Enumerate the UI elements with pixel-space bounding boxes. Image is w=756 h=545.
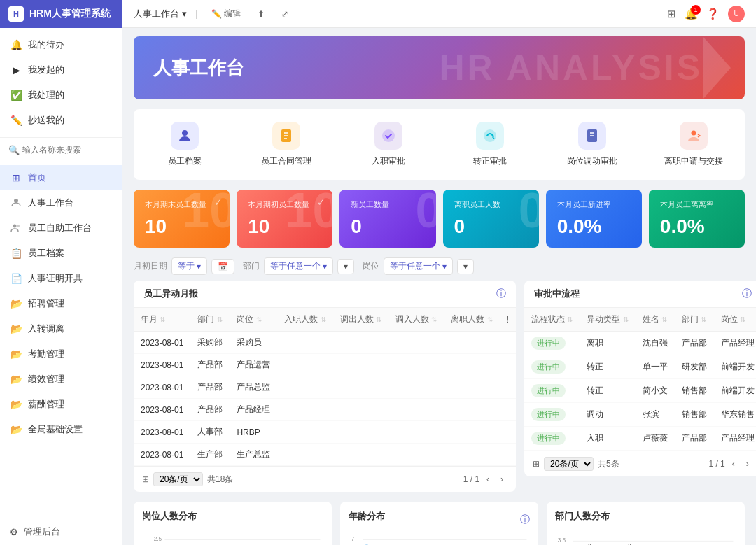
info-icon[interactable]: ⓘ — [496, 288, 506, 300]
table-row: 进行中 调动 张滨 销售部 华东销售 — [524, 403, 756, 427]
stat-title: 本月员工离离率 — [660, 199, 734, 210]
filter-position-op-select[interactable]: 等于任意一个 ▾ — [384, 257, 453, 275]
help-btn[interactable]: ❓ — [706, 8, 720, 20]
topbar-edit-label: 编辑 — [224, 8, 241, 20]
sort-icon[interactable]: ⇅ — [217, 316, 223, 323]
table-row: 进行中 转正 简小文 销售部 前端开发 — [524, 379, 756, 403]
sort-icon[interactable]: ⇅ — [256, 316, 262, 323]
sort-icon[interactable]: ⇅ — [567, 316, 573, 323]
sidebar-item-onboard[interactable]: 📂 入转调离 — [0, 316, 122, 341]
svg-text:3: 3 — [588, 542, 592, 545]
hero-title: 人事工作台 — [153, 56, 244, 80]
topbar-share-btn[interactable]: ⬆ — [252, 6, 270, 22]
next-page-btn[interactable]: › — [496, 473, 507, 486]
filter-dept-op-select[interactable]: 等于任意一个 ▾ — [264, 257, 333, 275]
sidebar-item-global-settings[interactable]: 📂 全局基础设置 — [0, 417, 122, 442]
filter-position-input[interactable]: ▾ — [457, 259, 474, 274]
sidebar-item-started[interactable]: ▶ 我发起的 — [0, 57, 122, 83]
topbar-breadcrumb[interactable]: 人事工作台 ▾ — [134, 8, 187, 20]
next-page-btn2[interactable]: › — [742, 458, 753, 470]
user-avatar[interactable]: U — [728, 6, 745, 22]
approval-pagination: ⊞ 20条/页 共5条 1 / 1 ‹ › — [524, 451, 756, 476]
folder4-icon: 📂 — [10, 373, 22, 385]
quick-nav-label: 入职审批 — [372, 155, 405, 167]
quick-nav-label: 离职申请与交接 — [664, 155, 723, 167]
notification-btn[interactable]: 🔔 1 — [685, 8, 698, 20]
sidebar-item-certificate[interactable]: 📄 人事证明开具 — [0, 266, 122, 291]
sort-icon[interactable]: ⇅ — [431, 316, 437, 323]
sort-icon[interactable]: ⇅ — [623, 316, 629, 323]
grid-icon-btn[interactable]: ⊞ — [667, 8, 676, 20]
quick-nav: 员工档案 员工合同管理 入职审批 转正审批 — [134, 109, 745, 180]
sort-icon[interactable]: ⇅ — [160, 316, 165, 323]
current-page: 1 / 1 — [463, 474, 479, 484]
movement-table-title: 员工异动月报 — [144, 288, 198, 300]
topbar-separator: | — [195, 8, 197, 19]
sort-icon[interactable]: ⇅ — [321, 316, 326, 323]
topbar-expand-btn[interactable]: ⤢ — [276, 6, 294, 22]
topbar-edit-btn[interactable]: ✏️ 编辑 — [206, 5, 246, 22]
sidebar-item-hr-workbench[interactable]: 人事工作台 — [0, 190, 122, 215]
search-input[interactable] — [22, 145, 127, 155]
admin-label: 管理后台 — [24, 525, 60, 538]
prev-page-btn[interactable]: ‹ — [482, 473, 493, 486]
cell-transfer-out — [333, 399, 388, 421]
sort-icon[interactable]: ⇅ — [740, 316, 746, 323]
folder-icon: 📂 — [10, 297, 22, 310]
per-page-select2[interactable]: 20条/页 — [544, 457, 594, 471]
quick-nav-departure[interactable]: 离职申请与交接 — [643, 119, 746, 170]
table-row: 2023-08-01 人事部 HRBP — [134, 421, 516, 444]
sort-icon[interactable]: ⇅ — [376, 316, 382, 323]
quick-nav-probation[interactable]: 转正审批 — [440, 119, 542, 170]
filter-date-op-select[interactable]: 等于 ▾ — [172, 257, 207, 275]
file-icon: 📋 — [10, 247, 22, 260]
notification-badge: 1 — [691, 5, 701, 15]
sidebar-item-home[interactable]: ⊞ 首页 — [0, 165, 122, 190]
main-area: 人事工作台 ▾ | ✏️ 编辑 ⬆ ⤢ ⊞ 🔔 1 ❓ U 人事工作台 HR — [122, 0, 756, 545]
svg-point-13 — [692, 131, 696, 136]
sort-icon[interactable]: ⇅ — [487, 316, 493, 323]
per-page-select[interactable]: 20条/页 — [153, 472, 203, 486]
sidebar-item-employee-self[interactable]: 员工自助工作台 — [0, 215, 122, 241]
sidebar-footer-admin[interactable]: ⚙ 管理后台 — [0, 518, 122, 545]
info-icon2[interactable]: ⓘ — [742, 288, 752, 300]
sidebar-item-label: 人事工作台 — [28, 197, 74, 209]
age-chart-info-icon[interactable]: ⓘ — [520, 514, 530, 526]
prev-page-btn2[interactable]: ‹ — [728, 458, 739, 470]
filter-dept-input[interactable]: ▾ — [337, 259, 354, 274]
sort-icon[interactable]: ⇅ — [701, 316, 706, 323]
sidebar-item-label: 抄送我的 — [28, 114, 64, 127]
cell-dept: 产品部 — [675, 427, 714, 451]
position-line-chart: 2.5 2 1.5 1 0.5 0 — [142, 530, 323, 545]
sidebar-item-attendance[interactable]: 📂 考勤管理 — [0, 341, 122, 367]
cell-year-month: 2023-08-01 — [134, 421, 190, 444]
quick-nav-onboard[interactable]: 入职审批 — [337, 119, 440, 170]
sidebar-item-pending[interactable]: 🔔 我的待办 — [0, 32, 122, 57]
sort-icon[interactable]: ⇅ — [662, 316, 667, 323]
quick-nav-contract[interactable]: 员工合同管理 — [236, 119, 338, 170]
stats-cards: 本月期末员工数量 10 10 ✓ 本月期初员工数量 10 10 ✓ 新员工数量 … — [134, 190, 745, 248]
sidebar-item-copy[interactable]: ✏️ 抄送我的 — [0, 108, 122, 133]
cell-position: 产品运营 — [230, 354, 277, 376]
calendar-icon: 📅 — [218, 262, 228, 271]
sidebar-item-recruit[interactable]: 📂 招聘管理 — [0, 291, 122, 316]
sidebar-item-salary[interactable]: 📂 薪酬管理 — [0, 392, 122, 417]
cell-year-month: 2023-08-01 — [134, 444, 190, 466]
sidebar-item-employee-file[interactable]: 📋 员工档案 — [0, 241, 122, 266]
sidebar-item-performance[interactable]: 📂 绩效管理 — [0, 367, 122, 392]
quick-nav-employee-file[interactable]: 员工档案 — [134, 119, 236, 170]
stat-value: 0 — [351, 215, 424, 238]
filter-position-label: 岗位 — [363, 260, 379, 272]
cell-transfer-out — [333, 444, 388, 466]
cell-entry — [277, 354, 332, 376]
share-icon: ⬆ — [258, 9, 265, 19]
cell-depart — [444, 399, 499, 421]
cell-dept: 销售部 — [675, 379, 714, 403]
status-badge: 进行中 — [531, 432, 566, 445]
cell-action — [500, 354, 516, 376]
filter-date-input[interactable]: 📅 — [211, 259, 234, 274]
age-chart-title: 年龄分布 — [349, 510, 385, 523]
quick-nav-position[interactable]: 岗位调动审批 — [541, 119, 643, 170]
sidebar-item-processed[interactable]: ✅ 我处理的 — [0, 83, 122, 108]
cell-position: 采购员 — [230, 332, 277, 354]
